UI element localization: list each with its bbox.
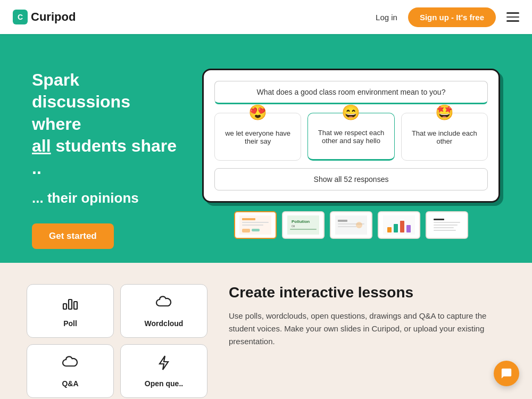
hero-text: Spark discussions where all students sha… bbox=[32, 69, 181, 250]
slide-thumb-inner-3 bbox=[331, 212, 371, 238]
chat-button[interactable] bbox=[494, 361, 519, 386]
svg-rect-24 bbox=[434, 227, 454, 228]
svg-rect-17 bbox=[394, 224, 398, 232]
response-emoji-2: 😄 bbox=[342, 104, 360, 121]
hamburger-menu[interactable] bbox=[506, 12, 519, 22]
response-emoji-1: 😍 bbox=[248, 104, 267, 121]
response-card-3: 🤩 That we include each other bbox=[401, 113, 488, 161]
slide-thumb-inner-2: Pollution Oil bbox=[283, 212, 323, 238]
hamburger-line-1 bbox=[506, 12, 519, 14]
login-link[interactable]: Log in bbox=[376, 13, 397, 22]
feature-label-poll: Poll bbox=[63, 319, 77, 328]
headline-underline: all bbox=[32, 136, 51, 155]
svg-rect-27 bbox=[69, 300, 72, 309]
response-card-2: 😄 That we respect each other and say hel… bbox=[307, 113, 394, 161]
mockup-wrapper: What does a good class room environment … bbox=[202, 69, 500, 250]
mockup-question: What does a good class room environment … bbox=[214, 81, 488, 104]
lower-description: Use polls, wordclouds, open questions, d… bbox=[229, 310, 505, 348]
svg-point-14 bbox=[356, 222, 362, 228]
svg-marker-29 bbox=[160, 356, 168, 370]
response-emoji-3: 🤩 bbox=[435, 104, 454, 121]
right-content: Create interactive lessons Use polls, wo… bbox=[229, 284, 505, 348]
svg-rect-28 bbox=[74, 302, 77, 309]
feature-label-openque: Open que.. bbox=[145, 379, 183, 388]
response-text-3: That we include each other bbox=[408, 129, 481, 145]
slide-thumb-3[interactable] bbox=[330, 211, 372, 239]
response-cards: 😍 we let everyone have their say 😄 That … bbox=[214, 113, 488, 161]
show-responses-button[interactable]: Show all 52 responses bbox=[214, 168, 488, 190]
cloud-icon-qa bbox=[62, 354, 79, 375]
headline-part2: students share .. bbox=[32, 136, 177, 178]
svg-rect-1 bbox=[242, 218, 255, 220]
svg-rect-22 bbox=[434, 222, 460, 223]
hero-section: Spark discussions where all students sha… bbox=[0, 34, 532, 263]
lower-heading: Create interactive lessons bbox=[229, 284, 505, 301]
svg-rect-3 bbox=[242, 225, 263, 226]
slide-thumb-2[interactable]: Pollution Oil bbox=[282, 211, 325, 239]
svg-rect-26 bbox=[63, 304, 66, 309]
get-started-button[interactable]: Get started bbox=[32, 223, 114, 249]
svg-rect-16 bbox=[387, 227, 392, 232]
response-text-1: we let everyone have their say bbox=[221, 129, 294, 145]
svg-rect-23 bbox=[434, 225, 458, 226]
hamburger-line-2 bbox=[506, 16, 519, 18]
svg-rect-19 bbox=[406, 225, 411, 232]
lightning-icon bbox=[155, 354, 172, 375]
mockup-card: What does a good class room environment … bbox=[202, 69, 500, 203]
slide-thumb-5[interactable] bbox=[426, 211, 468, 239]
response-card-1: 😍 we let everyone have their say bbox=[214, 113, 301, 161]
svg-rect-11 bbox=[338, 220, 347, 222]
slide-thumb-inner-5 bbox=[427, 212, 467, 238]
svg-rect-4 bbox=[242, 229, 250, 232]
svg-rect-2 bbox=[242, 222, 269, 223]
hero-subtitle: ... their opinions bbox=[32, 190, 181, 206]
nav-right: Log in Sign up - It's free bbox=[376, 7, 519, 27]
hamburger-line-3 bbox=[506, 20, 519, 22]
feature-grid: Poll Wordcloud Q&A Open bbox=[27, 284, 207, 399]
slide-thumb-inner-1 bbox=[235, 212, 276, 238]
signup-button[interactable]: Sign up - It's free bbox=[408, 7, 496, 27]
feature-card-wordcloud[interactable]: Wordcloud bbox=[120, 284, 207, 338]
slide-thumb-1[interactable] bbox=[234, 211, 277, 239]
svg-text:Pollution: Pollution bbox=[292, 219, 310, 224]
feature-card-poll[interactable]: Poll bbox=[27, 284, 114, 338]
slide-thumb-4[interactable] bbox=[378, 211, 420, 239]
hero-headline: Spark discussions where all students sha… bbox=[32, 69, 181, 180]
feature-card-qa[interactable]: Q&A bbox=[27, 344, 114, 398]
bar-chart-icon bbox=[62, 294, 79, 315]
slide-thumbnails: Pollution Oil bbox=[234, 211, 468, 239]
svg-text:Oil: Oil bbox=[292, 225, 295, 228]
cloud-icon-wordcloud bbox=[155, 294, 172, 315]
lower-section: Poll Wordcloud Q&A Open bbox=[0, 263, 532, 399]
logo-icon: C bbox=[13, 10, 28, 24]
slide-thumb-inner-4 bbox=[379, 212, 419, 238]
svg-rect-21 bbox=[434, 219, 444, 220]
response-text-2: That we respect each other and say hello bbox=[314, 129, 387, 145]
logo: C Curipod bbox=[13, 10, 76, 24]
feature-label-qa: Q&A bbox=[62, 379, 78, 388]
svg-rect-13 bbox=[338, 226, 356, 227]
svg-rect-9 bbox=[290, 229, 317, 230]
logo-text: Curipod bbox=[31, 10, 76, 24]
navbar: C Curipod Log in Sign up - It's free bbox=[0, 0, 532, 34]
feature-label-wordcloud: Wordcloud bbox=[145, 319, 184, 328]
svg-rect-5 bbox=[252, 229, 260, 231]
svg-rect-18 bbox=[400, 221, 404, 232]
svg-rect-25 bbox=[434, 230, 456, 231]
feature-card-openque[interactable]: Open que.. bbox=[120, 344, 207, 398]
headline-part1: Spark discussions where bbox=[32, 70, 130, 134]
